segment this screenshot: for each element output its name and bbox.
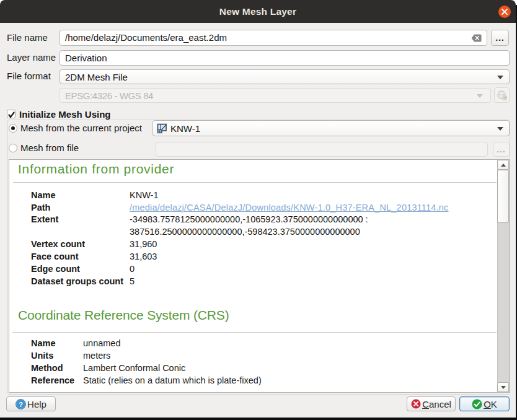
mesh-file-browse-button: … <box>493 142 510 157</box>
info-row-path: Path /media/delazj/CASA/DelazJ/Downloads… <box>31 201 449 214</box>
info-row-face: Face count 31,603 <box>31 250 449 263</box>
ok-icon <box>472 399 482 409</box>
info-row-crs-name: Name unnamed <box>31 337 262 349</box>
initialize-mesh-label[interactable]: Initialize Mesh Using <box>19 109 111 120</box>
provider-info-heading: Information from provider <box>18 162 174 177</box>
file-name-input[interactable]: /home/delazj/Documents/era_east.2dm <box>60 30 487 46</box>
info-row-method: Method Lambert Conformal Conic <box>31 362 262 374</box>
info-row-extent: Extent -34983.7578125000000000,-1065923.… <box>31 214 449 238</box>
divider <box>13 182 497 183</box>
scroll-down-icon <box>501 386 506 389</box>
close-button[interactable] <box>498 6 511 18</box>
project-mesh-value: KNW-1 <box>167 123 200 134</box>
crs-value: EPSG:4326 - WGS 84 <box>60 90 153 101</box>
checkmark-icon <box>7 111 15 119</box>
crs-info-heading: Coordinate Reference System (CRS) <box>18 308 229 323</box>
svg-text:?: ? <box>19 400 23 408</box>
info-row-units: Units meters <box>31 349 262 362</box>
info-row-vertex: Vertex count 31,960 <box>31 238 449 250</box>
clear-text-icon[interactable] <box>471 34 482 42</box>
new-mesh-layer-dialog: New Mesh Layer File name /home/delazj/Do… <box>0 0 517 420</box>
info-row-datasets: Dataset groups count 5 <box>31 275 449 287</box>
cancel-icon <box>411 399 421 409</box>
crs-info-table: Name unnamed Units meters Method Lambert… <box>31 337 262 387</box>
window-shadow-bottom <box>0 418 517 420</box>
ok-label: OK <box>484 399 497 409</box>
layer-name-input[interactable]: Derivation <box>60 50 510 66</box>
file-format-combo[interactable]: 2DM Mesh File <box>60 69 510 84</box>
crs-combo: EPSG:4326 - WGS 84 <box>60 88 491 103</box>
close-icon <box>501 8 508 15</box>
scroll-down-button[interactable] <box>497 382 509 392</box>
path-link[interactable]: /media/delazj/CASA/DelazJ/Downloads/KNW-… <box>130 203 449 212</box>
file-name-value: /home/delazj/Documents/era_east.2dm <box>65 32 227 43</box>
initialize-mesh-checkbox[interactable] <box>7 110 15 118</box>
info-row-reference: Reference Static (relies on a datum whic… <box>31 374 262 387</box>
cancel-label: Cancel <box>422 399 451 409</box>
provider-info-table: Name KNW-1 Path /media/delazj/CASA/Delaz… <box>31 189 449 287</box>
mesh-from-file-label[interactable]: Mesh from file <box>20 143 79 153</box>
mesh-file-input <box>156 142 488 157</box>
ok-button[interactable]: OK <box>459 396 510 411</box>
scroll-up-icon <box>501 164 506 167</box>
project-combo-arrow-icon <box>497 127 503 131</box>
ellipsis-disabled-label: … <box>497 147 506 152</box>
titlebar[interactable]: New Mesh Layer <box>0 0 516 23</box>
mesh-from-file-radio[interactable] <box>9 144 17 152</box>
combo-arrow-icon <box>497 76 503 79</box>
mesh-from-project-radio[interactable] <box>9 124 17 133</box>
scrollbar-thumb[interactable] <box>497 170 509 223</box>
scroll-up-button[interactable] <box>497 160 509 170</box>
layer-name-label: Layer name <box>7 53 56 63</box>
ellipsis-label: … <box>495 35 505 41</box>
window-title: New Mesh Layer <box>0 0 516 23</box>
crs-combo-arrow-icon <box>477 94 483 98</box>
mesh-layer-icon <box>157 123 167 134</box>
info-row-name: Name KNW-1 <box>31 189 449 201</box>
info-row-edge: Edge count 0 <box>31 263 449 275</box>
file-name-label: File name <box>7 33 48 43</box>
radio-dot <box>11 126 15 130</box>
file-browse-button[interactable]: … <box>491 30 509 46</box>
dialog-body: File name /home/delazj/Documents/era_eas… <box>0 23 516 418</box>
help-label: Help <box>27 399 46 409</box>
file-format-value: 2DM Mesh File <box>60 72 128 82</box>
file-format-label: File format <box>7 71 51 81</box>
divider <box>12 332 497 333</box>
help-button[interactable]: ? Help <box>6 396 56 411</box>
project-mesh-combo[interactable]: KNW-1 <box>152 120 510 136</box>
layer-name-value: Derivation <box>65 53 107 63</box>
crs-select-button <box>494 87 510 103</box>
mesh-from-project-label[interactable]: Mesh from the current project <box>20 123 142 133</box>
cancel-button[interactable]: Cancel <box>407 396 456 411</box>
crs-globe-icon <box>497 90 508 101</box>
help-icon: ? <box>15 399 26 409</box>
